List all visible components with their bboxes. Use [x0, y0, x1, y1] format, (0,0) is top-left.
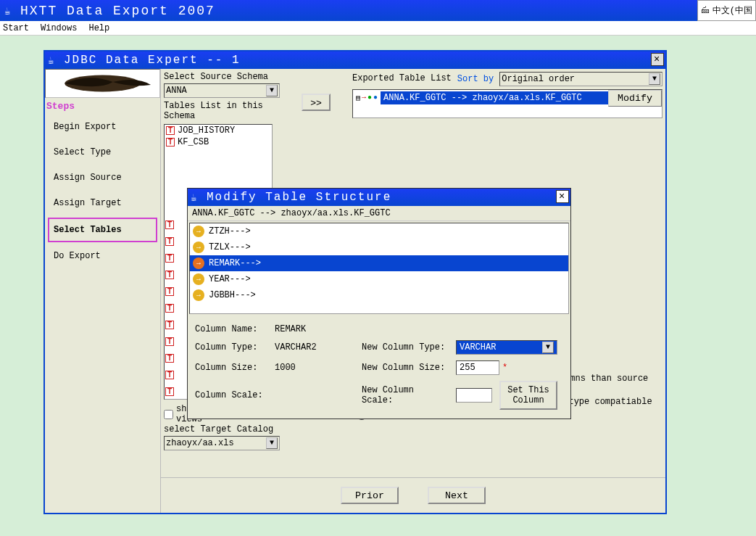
- table-icon-column: T T T T T T T T T T T: [165, 220, 175, 397]
- col-size-label: Column Size:: [195, 363, 267, 373]
- menu-windows[interactable]: Windows: [41, 23, 77, 33]
- steps-header: Steps: [45, 98, 160, 115]
- column-list[interactable]: →ZTZH---> →TZLX---> →REMARK---> →YEAR---…: [189, 223, 569, 314]
- eagle-image: [45, 69, 160, 98]
- column-row[interactable]: →JGBBH--->: [190, 287, 568, 303]
- set-column-button[interactable]: Set This Column: [499, 381, 557, 410]
- table-row[interactable]: TJOB_HISTORY: [165, 125, 272, 136]
- close-icon[interactable]: ×: [556, 190, 569, 203]
- column-row[interactable]: →REMARK--->: [190, 255, 568, 271]
- col-type-value: VARCHAR2: [275, 342, 354, 352]
- bottom-bar: Prior Next: [161, 477, 665, 513]
- table-icon: T: [165, 254, 174, 263]
- table-icon: T: [165, 387, 174, 396]
- chevron-down-icon: ▼: [266, 85, 278, 96]
- ime-badge[interactable]: 🖮中文(中国: [697, 0, 756, 21]
- inner-title: JDBC Data Expert -- 1: [64, 54, 241, 67]
- export-list[interactable]: ▤→●● ANNA.KF_GGTC --> zhaoyx/aa.xls.KF_G…: [352, 89, 662, 118]
- app-window: ☕ HXTT Data Export 2007 🖮中文(中国 Start Win…: [0, 0, 756, 536]
- table-icon: T: [165, 321, 174, 329]
- inner-titlebar: ☕ JDBC Data Expert -- 1 ×: [45, 51, 665, 69]
- table-icon: T: [165, 304, 174, 313]
- chevron-down-icon: ▼: [266, 437, 278, 449]
- close-icon[interactable]: ×: [651, 53, 664, 66]
- java-icon: ☕: [4, 5, 16, 17]
- arrow-icon: →: [193, 226, 204, 237]
- step-select-type[interactable]: Select Type: [45, 140, 160, 165]
- required-icon: *: [502, 363, 507, 373]
- catalog-select[interactable]: zhaoyx/aa.xls ▼: [164, 436, 280, 450]
- table-icon: T: [165, 287, 174, 296]
- dialog-title: Modify Table Structure: [207, 191, 391, 204]
- col-name-label: Column Name:: [195, 324, 267, 334]
- table-icon: T: [166, 126, 175, 135]
- mapping-icons: ▤→●●: [353, 94, 381, 102]
- catalog-label: select Target Catalog: [164, 424, 280, 434]
- chevron-down-icon: ▼: [649, 73, 660, 85]
- step-assign-source[interactable]: Assign Source: [45, 165, 160, 191]
- step-select-tables[interactable]: Select Tables: [48, 218, 157, 242]
- column-row[interactable]: →TZLX--->: [190, 239, 568, 255]
- table-icon: T: [166, 138, 175, 147]
- table-icon: T: [165, 271, 174, 279]
- new-col-size-input[interactable]: [456, 360, 499, 375]
- arrow-icon: →: [193, 242, 204, 253]
- column-details: Column Name: REMARK Column Type: VARCHAR…: [188, 316, 570, 419]
- table-icon: T: [165, 220, 174, 229]
- workspace: ☕ JDBC Data Expert -- 1 × Steps Begin Ex…: [0, 36, 756, 536]
- tables-label: Tables List in this Schema: [164, 101, 280, 121]
- java-icon: ☕: [48, 54, 59, 66]
- col-size-value: 1000: [275, 363, 354, 373]
- menu-start[interactable]: Start: [3, 23, 29, 33]
- col-name-value: REMARK: [275, 324, 354, 334]
- col-scale-label: Column Scale:: [195, 390, 267, 400]
- col-type-label: Column Type:: [195, 342, 267, 352]
- step-do-export[interactable]: Do Export: [45, 244, 160, 269]
- prior-button[interactable]: Prior: [341, 487, 399, 504]
- sort-select[interactable]: Original order ▼: [499, 72, 662, 86]
- table-icon: T: [165, 237, 174, 246]
- table-icon: T: [165, 354, 174, 363]
- schema-select[interactable]: ANNA ▼: [164, 83, 280, 98]
- schema-label: Select Source Schema: [164, 72, 280, 82]
- move-right-button[interactable]: >>: [302, 94, 331, 111]
- sidebar: Steps Begin Export Select Type Assign So…: [45, 69, 161, 513]
- export-label: Exported Table List: [352, 73, 452, 83]
- next-button[interactable]: Next: [428, 487, 486, 504]
- java-icon: ☕: [191, 191, 202, 203]
- app-title: HXTT Data Export 2007: [20, 4, 215, 18]
- new-col-size-label: New Column Size:: [362, 363, 449, 373]
- column-row[interactable]: →ZTZH--->: [190, 223, 568, 239]
- arrow-icon: →: [193, 257, 204, 269]
- new-col-type-select[interactable]: VARCHAR▼: [456, 340, 557, 355]
- table-icon: T: [165, 371, 174, 379]
- sort-by-label: Sort by: [457, 74, 494, 84]
- export-item[interactable]: ▤→●● ANNA.KF_GGTC --> zhaoyx/aa.xls.KF_G…: [353, 90, 662, 106]
- new-col-type-label: New Column Type:: [362, 342, 449, 352]
- new-col-scale-input[interactable]: [456, 388, 492, 403]
- dialog-titlebar[interactable]: ☕ Modify Table Structure ×: [188, 189, 570, 206]
- column-row[interactable]: →YEAR--->: [190, 271, 568, 287]
- table-icon: T: [165, 337, 174, 346]
- arrow-icon: →: [193, 273, 204, 285]
- table-row[interactable]: TKF_CSB: [165, 136, 272, 148]
- modify-button[interactable]: Modify: [608, 90, 662, 107]
- modify-table-dialog: ☕ Modify Table Structure × ANNA.KF_GGTC …: [187, 188, 571, 419]
- menubar: Start Windows Help: [0, 21, 756, 36]
- dialog-mapping: ANNA.KF_GGTC --> zhaoyx/aa.xls.KF_GGTC: [188, 206, 570, 221]
- new-col-scale-label: New Column Scale:: [362, 385, 449, 405]
- step-assign-target[interactable]: Assign Target: [45, 191, 160, 216]
- step-begin-export[interactable]: Begin Export: [45, 115, 160, 140]
- titlebar: ☕ HXTT Data Export 2007: [0, 0, 756, 21]
- menu-help[interactable]: Help: [88, 23, 109, 33]
- arrow-icon: →: [193, 289, 204, 301]
- chevron-down-icon: ▼: [542, 342, 554, 353]
